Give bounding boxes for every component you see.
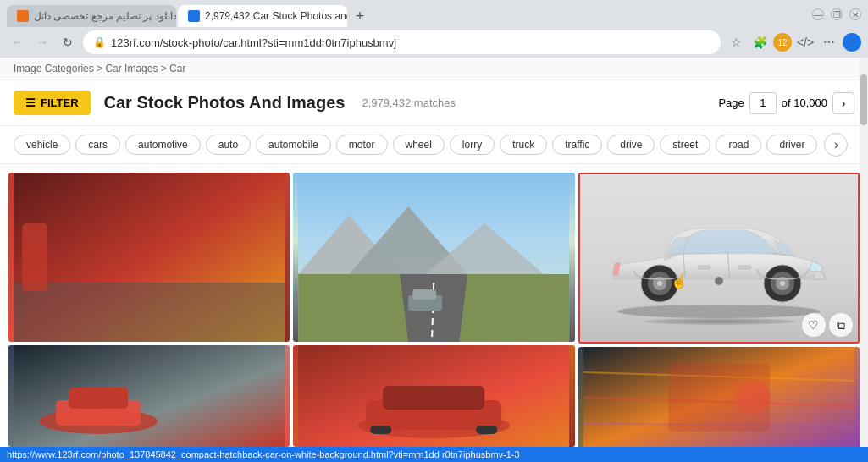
tab-favicon-2 [188, 10, 200, 22]
close-button[interactable]: ✕ [849, 8, 861, 20]
lock-icon: 🔒 [93, 36, 106, 48]
tag-traffic[interactable]: traffic [552, 135, 602, 155]
browser-chrome: دانلود پر تصلیم مرجع تخصصی دانل... ✕ 2,9… [0, 0, 868, 58]
tags-more-button[interactable]: › [824, 133, 848, 157]
svg-point-34 [780, 281, 785, 286]
scrollbar[interactable] [860, 58, 868, 457]
tab-bar: دانلود پر تصلیم مرجع تخصصی دانل... ✕ 2,9… [0, 0, 868, 27]
svg-rect-3 [14, 345, 285, 447]
svg-rect-25 [698, 266, 710, 269]
svg-rect-21 [476, 426, 497, 434]
matches-count: 2,979,432 matches [362, 96, 456, 109]
image-bottom-left[interactable] [8, 345, 290, 447]
profile-icon[interactable]: 👤 [843, 33, 861, 52]
svg-text:☝: ☝ [671, 273, 688, 289]
tab-inactive[interactable]: دانلود پر تصلیم مرجع تخصصی دانل... ✕ [7, 5, 176, 27]
tag-automobile[interactable]: automobile [256, 135, 331, 155]
tab-label-2: 2,979,432 Car Stock Photos and ... [205, 10, 347, 22]
copy-button[interactable]: ⧉ [829, 313, 853, 337]
image-red-car[interactable] [8, 173, 290, 342]
reload-button[interactable]: ↻ [58, 32, 78, 52]
next-page-button[interactable]: › [832, 92, 854, 114]
image-bottom-center[interactable] [293, 345, 574, 447]
back-button[interactable]: ← [7, 32, 27, 52]
tag-road[interactable]: road [716, 135, 761, 155]
bookmark-button[interactable]: ☆ [726, 32, 746, 52]
car-shadow [643, 318, 795, 325]
svg-rect-15 [412, 289, 436, 300]
extensions-button[interactable]: 🧩 [749, 32, 770, 52]
svg-rect-2 [22, 223, 47, 291]
address-actions: ☆ 🧩 12 </> ⋯ 👤 [726, 32, 861, 52]
grid-column-2 [291, 171, 576, 450]
filter-button[interactable]: ☰ FILTER [14, 91, 91, 115]
card-actions: ♡ ⧉ [802, 313, 853, 337]
new-tab-button[interactable]: + [349, 5, 371, 27]
address-bar[interactable]: 🔒 123rf.com/stock-photo/car.html?sti=mm1… [83, 30, 721, 54]
account-button[interactable]: ⋯ [819, 32, 839, 52]
tag-vehicle[interactable]: vehicle [14, 135, 70, 155]
tag-automotive[interactable]: automotive [125, 135, 201, 155]
status-bar: https://www.123rf.com/photo_137845842_co… [0, 447, 868, 457]
svg-rect-26 [738, 266, 751, 269]
tag-truck[interactable]: truck [500, 135, 547, 155]
scrollbar-thumb[interactable] [860, 74, 867, 125]
page-label: Page [718, 96, 744, 109]
svg-point-42 [736, 381, 770, 415]
devtools-button[interactable]: </> [795, 32, 815, 52]
tag-motor[interactable]: motor [336, 135, 388, 155]
address-bar-row: ← → ↻ 🔒 123rf.com/stock-photo/car.html?s… [0, 27, 868, 58]
favorite-button[interactable]: ♡ [802, 313, 826, 337]
svg-rect-20 [370, 426, 391, 434]
svg-rect-19 [383, 386, 484, 410]
tab-active[interactable]: 2,979,432 Car Stock Photos and ... ✕ [178, 5, 347, 27]
filter-label: FILTER [41, 96, 79, 109]
minimize-button[interactable]: — [812, 8, 824, 20]
tag-drive[interactable]: drive [607, 135, 655, 155]
forward-button[interactable]: → [32, 32, 53, 52]
svg-rect-1 [14, 283, 285, 342]
breadcrumb: Image Categories > Car Images > Car [0, 58, 868, 80]
svg-rect-6 [69, 388, 128, 409]
grid-column-3: Compact Hatchback Car On White Backgroun… [577, 171, 861, 450]
svg-point-30 [657, 281, 662, 286]
address-text: 123rf.com/stock-photo/car.html?sti=mm1dd… [111, 36, 396, 49]
tag-lorry[interactable]: lorry [450, 135, 495, 155]
title-row: ☰ FILTER Car Stock Photos And Images 2,9… [0, 80, 868, 126]
tag-wheel[interactable]: wheel [393, 135, 445, 155]
page-title: Car Stock Photos And Images [104, 93, 346, 113]
tag-street[interactable]: street [660, 135, 710, 155]
svg-point-35 [715, 277, 723, 285]
status-url: https://www.123rf.com/photo_137845842_co… [7, 449, 520, 457]
grid-column-1 [7, 171, 291, 450]
image-bottom-right[interactable] [578, 347, 860, 448]
svg-point-22 [617, 305, 821, 318]
window-controls: — ❐ ✕ [812, 8, 861, 24]
tag-cars[interactable]: cars [75, 135, 120, 155]
extension-icon-1[interactable]: 12 [773, 33, 792, 52]
image-grid: Compact Hatchback Car On White Backgroun… [0, 164, 868, 457]
tag-driver[interactable]: driver [766, 135, 817, 155]
maximize-button[interactable]: ❐ [831, 8, 843, 20]
of-label: of 10,000 [782, 96, 827, 109]
image-mountain-road[interactable] [293, 173, 574, 342]
tag-auto[interactable]: auto [206, 135, 251, 155]
tab-favicon-1 [17, 10, 29, 22]
tags-row: vehicle cars automotive auto automobile … [0, 126, 868, 164]
page-content: Image Categories > Car Images > Car ☰ FI… [0, 58, 868, 457]
page-number-input[interactable] [749, 92, 777, 114]
pagination: Page of 10,000 › [718, 92, 854, 114]
tab-label-1: دانلود پر تصلیم مرجع تخصصی دانل... [34, 10, 176, 22]
filter-icon: ☰ [25, 96, 36, 109]
image-white-car-highlighted[interactable]: Compact Hatchback Car On White Backgroun… [578, 173, 860, 344]
